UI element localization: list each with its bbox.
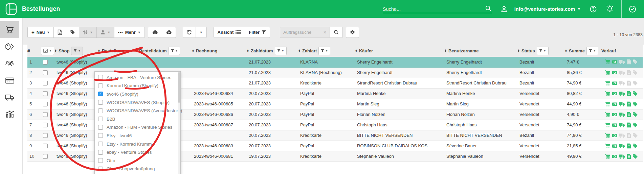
- check-circle-icon[interactable]: [628, 5, 637, 13]
- row-checkbox[interactable]: [43, 91, 48, 96]
- table-row[interactable]: 1 two46 (Shopify) 21.07.2023 KLARNA Sher…: [27, 57, 643, 67]
- shop-filter-option[interactable]: WOODSANDWAVES (Shopify): [95, 98, 180, 107]
- account-menu[interactable]: info@venture-stories.com ▼: [512, 6, 581, 12]
- order-search-input[interactable]: [283, 30, 323, 35]
- shop-filter-option[interactable]: ebay - Venture Stories: [95, 148, 180, 156]
- import-button[interactable]: [148, 27, 162, 38]
- column-filter-button-zahldatum[interactable]: ▼: [275, 47, 287, 55]
- column-header-benutzername[interactable]: ▲▼Benutzername: [444, 45, 517, 57]
- sidebar-item-payments[interactable]: [0, 72, 19, 89]
- column-header-zahldatum[interactable]: ▲▼Zahldatum▼: [247, 45, 298, 57]
- user-icon[interactable]: [501, 5, 508, 13]
- option-checkbox[interactable]: [98, 150, 103, 155]
- pdf-export-button[interactable]: [53, 27, 66, 38]
- shop-filter-option[interactable]: WOODSANDWAVES (Avocadostore): [95, 106, 180, 115]
- option-checkbox[interactable]: [98, 108, 103, 113]
- column-header-rechnung[interactable]: ▲▼Rechnung: [192, 45, 247, 57]
- column-header-summe[interactable]: ▲▼Summe▼: [565, 45, 601, 57]
- column-filter-button-bestelldatum[interactable]: ▼: [169, 47, 180, 55]
- sidebar-item-products[interactable]: [0, 38, 19, 55]
- label-button[interactable]: [66, 27, 79, 38]
- refresh-options-button[interactable]: ▼: [196, 27, 207, 38]
- shop-filter-option[interactable]: Ohne Shopverknüpfung: [95, 165, 180, 173]
- sort-icon[interactable]: ▲▼: [517, 49, 520, 53]
- shop-filter-option[interactable]: Amazon - FBA - Venture Stories: [95, 73, 180, 82]
- funnel-icon: [589, 49, 592, 52]
- row-checkbox[interactable]: [43, 112, 48, 117]
- sort-icon[interactable]: ▲▼: [298, 49, 301, 53]
- row-checkbox[interactable]: [43, 154, 48, 159]
- settings-button[interactable]: [346, 27, 359, 38]
- row-checkbox[interactable]: [43, 81, 48, 85]
- option-checkbox[interactable]: [98, 100, 103, 105]
- sort-icon[interactable]: ▲▼: [444, 49, 447, 53]
- search-icon[interactable]: [485, 5, 492, 12]
- option-checkbox[interactable]: [98, 133, 103, 138]
- new-order-button[interactable]: + Neu▼: [27, 27, 54, 38]
- shop-filter-option[interactable]: Otto: [95, 156, 180, 165]
- column-header-zahlart[interactable]: ▲▼Zahlart▼: [298, 45, 355, 57]
- help-icon[interactable]: [590, 5, 597, 13]
- row-checkbox[interactable]: [43, 133, 48, 138]
- column-header-shop[interactable]: ▲▼Shop▼: [54, 45, 98, 57]
- sort-icon[interactable]: ▲▼: [192, 49, 194, 53]
- sidebar-item-shipping[interactable]: [0, 89, 19, 106]
- more-button[interactable]: ••• Mehr▼: [114, 27, 145, 38]
- sort-icon[interactable]: ▲▼: [54, 49, 57, 53]
- option-checkbox[interactable]: [98, 167, 103, 171]
- sort-desc-icon[interactable]: ▼: [134, 49, 137, 52]
- sidebar-item-customers[interactable]: [0, 55, 19, 72]
- filter-button[interactable]: Filter: [245, 27, 270, 38]
- column-filter-button-status[interactable]: ▼: [537, 47, 549, 55]
- global-search[interactable]: [383, 5, 492, 13]
- global-search-input[interactable]: [383, 6, 485, 12]
- shop-filter-option[interactable]: B2B: [95, 115, 180, 123]
- option-checkbox[interactable]: [98, 117, 103, 121]
- option-checkbox[interactable]: [98, 158, 103, 163]
- shop-filter-option[interactable]: Etsy - Kornrad Krumm: [95, 140, 180, 148]
- option-label: Otto: [107, 158, 115, 163]
- row-checkbox[interactable]: [43, 144, 48, 148]
- sort-icon[interactable]: ▲▼: [565, 49, 567, 53]
- column-header-status[interactable]: ▲▼Status▼: [517, 45, 565, 57]
- row-checkbox[interactable]: [43, 70, 48, 75]
- column-filter-button-summe[interactable]: ▼: [586, 47, 598, 55]
- option-checkbox[interactable]: [98, 142, 103, 146]
- row-number: 9: [27, 141, 41, 151]
- shop-filter-option[interactable]: Amazon - FBM - Venture Stories: [95, 123, 180, 132]
- shop-filter-option[interactable]: Kornrad Krumm (Shopify): [95, 82, 180, 90]
- cell-zahldatum: 19.07.2023: [247, 151, 298, 161]
- view-button[interactable]: Ansicht: [214, 27, 245, 38]
- option-checkbox[interactable]: [98, 83, 103, 88]
- sort-icon[interactable]: ▲▼: [98, 49, 100, 53]
- bell-icon[interactable]: [606, 5, 614, 13]
- option-checkbox[interactable]: [98, 75, 103, 80]
- dropdown-scrollbar[interactable]: [178, 72, 180, 174]
- cell-benutzername: Martina Henke: [444, 88, 517, 99]
- column-filter-button-zahlart[interactable]: ▼: [318, 47, 330, 55]
- column-header-bestellung[interactable]: ▲▼Bestellung: [98, 45, 134, 57]
- clear-search-icon[interactable]: ✕: [323, 30, 327, 35]
- export-button[interactable]: [162, 27, 176, 38]
- order-search-button[interactable]: [330, 27, 343, 38]
- option-checkbox[interactable]: [98, 92, 103, 96]
- assign-user-button[interactable]: ▼: [96, 27, 114, 38]
- order-search[interactable]: ✕: [280, 27, 330, 38]
- shop-filter-option[interactable]: Etsy - two46: [95, 131, 180, 140]
- sort-icon[interactable]: ▲▼: [355, 49, 357, 53]
- column-header-bestelldatum[interactable]: ▼Bestelldatum▼: [134, 45, 192, 57]
- column-filter-button-shop[interactable]: ▼: [71, 47, 83, 55]
- column-label: Bestelldatum: [139, 48, 167, 53]
- shop-filter-option[interactable]: two46 (Shopify): [95, 90, 180, 98]
- sidebar-item-statistics[interactable]: [0, 106, 19, 123]
- column-header-kaeufer[interactable]: ▲▼Käufer: [355, 45, 444, 57]
- transfer-button[interactable]: ▼: [79, 27, 97, 38]
- sort-icon[interactable]: ▲▼: [247, 49, 249, 53]
- row-checkbox[interactable]: [43, 123, 48, 127]
- row-checkbox[interactable]: [43, 102, 48, 106]
- refresh-button[interactable]: [183, 27, 196, 38]
- option-checkbox[interactable]: [98, 125, 103, 130]
- sidebar-item-orders[interactable]: [0, 21, 19, 38]
- select-all-button[interactable]: ▼: [41, 47, 54, 55]
- row-checkbox[interactable]: [43, 60, 48, 65]
